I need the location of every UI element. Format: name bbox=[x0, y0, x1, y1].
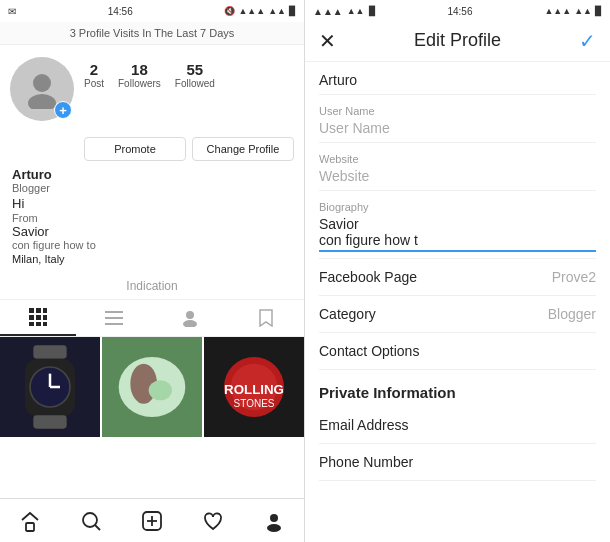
svg-rect-5 bbox=[29, 315, 34, 320]
stats-row: 2 Post 18 Followers 55 Followed bbox=[84, 61, 294, 89]
confirm-button[interactable]: ✓ bbox=[579, 31, 596, 51]
svg-point-32 bbox=[83, 513, 97, 527]
battery2-icon: ▉ bbox=[595, 6, 602, 16]
profile-from: From bbox=[12, 212, 292, 224]
time-left: 14:56 bbox=[108, 6, 133, 17]
contact-label: Contact Options bbox=[319, 343, 419, 359]
facebook-page-row[interactable]: Facebook Page Prove2 bbox=[319, 259, 596, 296]
svg-rect-2 bbox=[29, 308, 34, 313]
battery-icon: ▉ bbox=[289, 6, 296, 16]
silent-icon: 🔇 bbox=[224, 6, 235, 16]
close-button[interactable]: ✕ bbox=[319, 31, 336, 51]
phone-label: Phone Number bbox=[319, 454, 413, 470]
status-bar-right: ▲▲▲ ▲▲ ▉ 14:56 ▲▲▲ ▲▲ ▉ bbox=[305, 0, 610, 22]
svg-rect-31 bbox=[26, 523, 34, 531]
profile-location: Milan, Italy bbox=[12, 253, 292, 265]
edit-header: ✕ Edit Profile ✓ bbox=[305, 22, 610, 62]
tabs-row bbox=[0, 299, 304, 337]
svg-rect-13 bbox=[105, 323, 123, 325]
profile-name: Arturo bbox=[12, 167, 292, 182]
svg-point-0 bbox=[33, 74, 51, 92]
tab-list[interactable] bbox=[76, 300, 152, 336]
time-right: 14:56 bbox=[447, 6, 472, 17]
svg-rect-6 bbox=[36, 315, 41, 320]
left-panel: ✉ 14:56 🔇 ▲▲▲ ▲▲ ▉ 3 Profile Visits In T… bbox=[0, 0, 305, 542]
photo-grid: ROLLING STONES bbox=[0, 337, 304, 498]
action-buttons: Promote Change Profile bbox=[74, 137, 304, 161]
bio-line2: con figure how t bbox=[319, 232, 418, 248]
indication-label: Indication bbox=[0, 271, 304, 299]
svg-rect-12 bbox=[105, 317, 123, 319]
contact-options-row[interactable]: Contact Options bbox=[319, 333, 596, 370]
following-label: Followed bbox=[175, 78, 215, 89]
promote-button[interactable]: Promote bbox=[84, 137, 186, 161]
email-field-row[interactable]: Email Address bbox=[319, 407, 596, 444]
private-info-header: Private Information bbox=[319, 370, 596, 407]
add-photo-button[interactable]: + bbox=[54, 101, 72, 119]
svg-line-33 bbox=[95, 525, 100, 530]
svg-point-14 bbox=[186, 311, 194, 319]
signal-icon-right: ▲▲▲ bbox=[313, 6, 343, 17]
profile-text: Arturo Blogger Hi From Savior con figure… bbox=[0, 161, 304, 271]
avatar-container[interactable]: + bbox=[10, 57, 74, 121]
bottom-nav bbox=[0, 498, 304, 542]
right-panel: ▲▲▲ ▲▲ ▉ 14:56 ▲▲▲ ▲▲ ▉ ✕ Edit Profile ✓… bbox=[305, 0, 610, 542]
change-profile-button[interactable]: Change Profile bbox=[192, 137, 294, 161]
tab-grid[interactable] bbox=[0, 300, 76, 336]
profile-category: Blogger bbox=[12, 182, 292, 194]
profile-visits-text: 3 Profile Visits In The Last 7 Days bbox=[70, 27, 235, 39]
tab-person[interactable] bbox=[152, 300, 228, 336]
svg-point-15 bbox=[183, 320, 197, 327]
svg-rect-8 bbox=[29, 322, 34, 326]
following-count: 55 bbox=[186, 61, 203, 78]
biography-label: Biography bbox=[319, 201, 596, 213]
biography-value[interactable]: Savior con figure how t bbox=[319, 216, 596, 252]
photo-food[interactable] bbox=[102, 337, 202, 437]
profile-subtitle: con figure how to bbox=[12, 239, 292, 251]
name-value[interactable]: Arturo bbox=[319, 72, 596, 88]
username-field: User Name User Name bbox=[319, 95, 596, 143]
tab-bookmark[interactable] bbox=[228, 300, 304, 336]
edit-profile-title: Edit Profile bbox=[414, 30, 501, 51]
photo-shirt[interactable]: ROLLING STONES bbox=[204, 337, 304, 437]
category-row[interactable]: Category Blogger bbox=[319, 296, 596, 333]
svg-rect-11 bbox=[105, 311, 123, 313]
posts-label: Post bbox=[84, 78, 104, 89]
posts-stat: 2 Post bbox=[84, 61, 104, 89]
profile-bio: Hi bbox=[12, 196, 292, 211]
name-field: Arturo bbox=[319, 62, 596, 95]
signal2-icon: ▲▲▲ bbox=[544, 6, 571, 16]
profile-savior: Savior bbox=[12, 224, 292, 239]
profile-info-section: + 2 Post 18 Followers 55 Followed bbox=[0, 45, 304, 129]
svg-point-1 bbox=[28, 94, 56, 109]
stats-container: 2 Post 18 Followers 55 Followed bbox=[84, 57, 294, 89]
username-label: User Name bbox=[319, 105, 596, 117]
svg-rect-9 bbox=[36, 322, 41, 326]
category-value: Blogger bbox=[548, 306, 596, 322]
photo-watch[interactable] bbox=[0, 337, 100, 437]
nav-add[interactable] bbox=[122, 499, 183, 542]
svg-rect-3 bbox=[36, 308, 41, 313]
wifi-icon: ▲▲ bbox=[268, 6, 286, 16]
svg-rect-16 bbox=[33, 345, 66, 358]
nav-heart[interactable] bbox=[182, 499, 243, 542]
status-bar-left: ✉ 14:56 🔇 ▲▲▲ ▲▲ ▉ bbox=[0, 0, 304, 22]
right-status-icons: ▲▲▲ ▲▲ ▉ bbox=[544, 6, 602, 16]
website-value[interactable]: Website bbox=[319, 168, 596, 184]
followers-label: Followers bbox=[118, 78, 161, 89]
svg-text:STONES: STONES bbox=[234, 398, 275, 409]
edit-form: Arturo User Name User Name Website Websi… bbox=[305, 62, 610, 542]
nav-profile[interactable] bbox=[243, 499, 304, 542]
username-value[interactable]: User Name bbox=[319, 120, 596, 136]
wifi-icon-right: ▲▲ bbox=[347, 6, 365, 16]
facebook-value: Prove2 bbox=[552, 269, 596, 285]
svg-rect-18 bbox=[33, 415, 66, 428]
email-icon: ✉ bbox=[8, 6, 16, 17]
phone-field-row[interactable]: Phone Number bbox=[319, 444, 596, 481]
svg-point-37 bbox=[270, 514, 278, 522]
svg-point-25 bbox=[149, 380, 172, 400]
nav-search[interactable] bbox=[61, 499, 122, 542]
nav-home[interactable] bbox=[0, 499, 61, 542]
bio-line1: Savior bbox=[319, 216, 359, 232]
category-label: Category bbox=[319, 306, 376, 322]
